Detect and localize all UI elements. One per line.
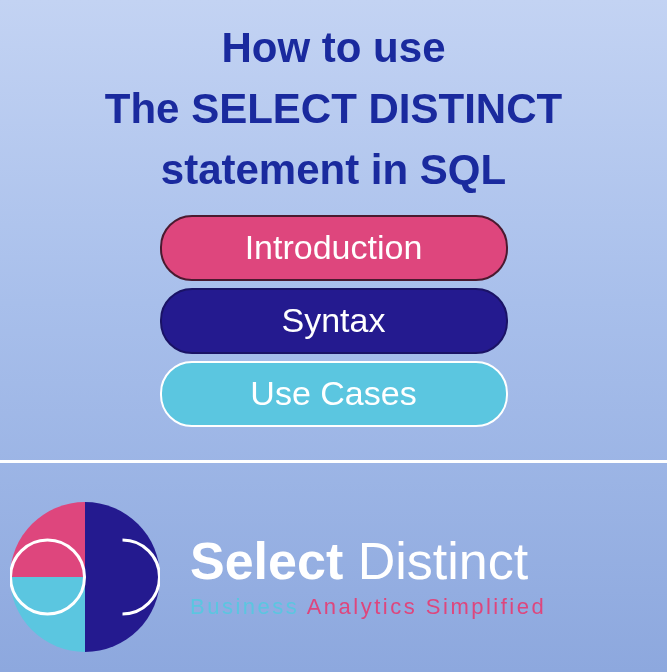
logo-icon [10,502,160,652]
use-cases-label: Use Cases [250,374,416,413]
title-line-2: The SELECT DISTINCT [0,79,667,140]
brand-name-light: Distinct [358,532,528,590]
footer: Select Distinct Business Analytics Simpl… [10,502,657,652]
brand-tagline: Business Analytics Simplified [190,594,657,620]
divider-line [0,460,667,463]
nav-buttons: Introduction Syntax Use Cases [0,215,667,427]
brand-name: Select Distinct [190,534,657,589]
tagline-part-2: Analytics Simplified [307,594,547,619]
introduction-button[interactable]: Introduction [160,215,508,281]
brand-text: Select Distinct Business Analytics Simpl… [190,534,657,621]
title-line-3: statement in SQL [0,140,667,201]
syntax-label: Syntax [282,301,386,340]
title-section: How to use The SELECT DISTINCT statement… [0,0,667,201]
tagline-part-1: Business [190,594,307,619]
title-line-1: How to use [0,18,667,79]
syntax-button[interactable]: Syntax [160,288,508,354]
use-cases-button[interactable]: Use Cases [160,361,508,427]
introduction-label: Introduction [245,228,423,267]
brand-name-bold: Select [190,532,343,590]
